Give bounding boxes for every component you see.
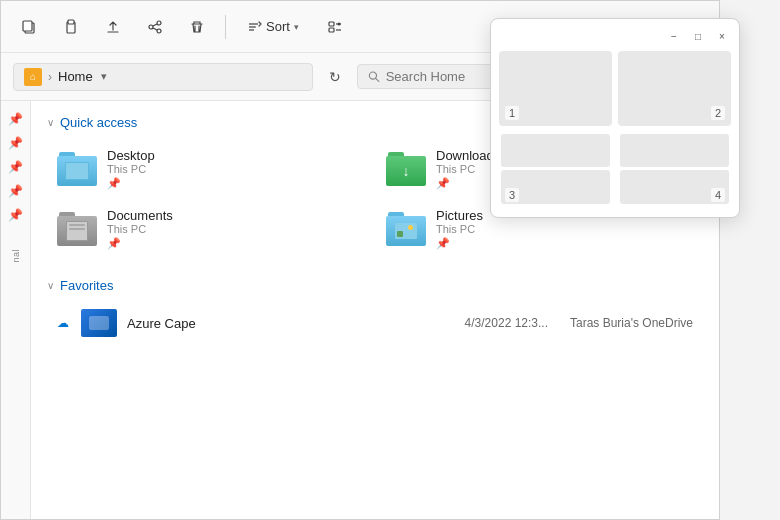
fav-location-azure-cape: Taras Buria's OneDrive — [570, 316, 693, 330]
snap-zone-4-top — [620, 134, 729, 168]
favorites-title: Favorites — [60, 278, 113, 293]
file-item-documents[interactable]: Documents This PC 📌 — [47, 200, 374, 258]
favorites-header[interactable]: ∨ Favorites — [47, 278, 703, 293]
share-button[interactable] — [139, 11, 171, 43]
svg-point-6 — [157, 29, 161, 33]
fav-date-azure-cape: 4/3/2022 12:3... — [465, 316, 548, 330]
favorites-chevron: ∨ — [47, 280, 54, 291]
pin-icon-desktop: 📌 — [107, 177, 364, 190]
sort-button[interactable]: Sort ▾ — [238, 15, 309, 38]
pin-icon-pictures: 📌 — [436, 237, 693, 250]
snap-zone-2-number: 2 — [711, 106, 725, 120]
snap-zone-2[interactable]: 2 — [618, 51, 731, 126]
snap-popup: − □ × 1 2 3 4 — [490, 18, 740, 218]
toolbar-separator — [225, 15, 226, 39]
snap-close-button[interactable]: × — [713, 27, 731, 45]
pin-icon-documents: 📌 — [107, 237, 364, 250]
onedrive-cloud-icon: ☁ — [57, 316, 69, 330]
copy-button[interactable] — [13, 11, 45, 43]
folder-icon-documents — [57, 212, 97, 246]
svg-rect-12 — [329, 22, 334, 26]
file-info-documents: Documents This PC 📌 — [107, 208, 364, 250]
svg-line-7 — [153, 24, 157, 26]
file-info-desktop: Desktop This PC 📌 — [107, 148, 364, 190]
file-path-desktop: This PC — [107, 163, 364, 175]
svg-point-4 — [157, 21, 161, 25]
address-input[interactable]: ⌂ › Home ▾ — [13, 63, 313, 91]
snap-zone-4-number: 4 — [711, 188, 725, 202]
sidebar-pin-1[interactable]: 📌 — [6, 109, 26, 129]
fav-item-azure-cape[interactable]: ☁ Azure Cape 4/3/2022 12:3... Taras Buri… — [47, 303, 703, 343]
sidebar-pin-2[interactable]: 📌 — [6, 133, 26, 153]
svg-rect-1 — [23, 21, 32, 31]
quick-access-chevron: ∨ — [47, 117, 54, 128]
svg-rect-3 — [68, 20, 74, 24]
sort-chevron: ▾ — [294, 22, 299, 32]
sidebar-nav-label: nal — [11, 249, 21, 263]
sidebar-pin-4[interactable]: 📌 — [6, 181, 26, 201]
snap-zone-4-bottom: 4 — [620, 170, 729, 204]
refresh-button[interactable]: ↻ — [321, 63, 349, 91]
snap-titlebar: − □ × — [499, 27, 731, 45]
snap-zone-3[interactable]: 3 — [499, 132, 612, 207]
svg-rect-13 — [329, 28, 334, 32]
folder-icon-desktop — [57, 152, 97, 186]
sidebar-pin-5[interactable]: 📌 — [6, 205, 26, 225]
snap-grid: 1 2 3 4 — [499, 51, 731, 206]
breadcrumb-separator: › — [48, 70, 52, 84]
file-path-documents: This PC — [107, 223, 364, 235]
svg-point-5 — [149, 25, 153, 29]
folder-icon-pictures — [386, 212, 426, 246]
snap-zone-1[interactable]: 1 — [499, 51, 612, 126]
snap-zone-4[interactable]: 4 — [618, 132, 731, 207]
snap-zone-3-bottom: 3 — [501, 170, 610, 204]
search-icon — [368, 70, 380, 83]
snap-zone-3-number: 3 — [505, 188, 519, 202]
sidebar-pin-3[interactable]: 📌 — [6, 157, 26, 177]
delete-button[interactable] — [181, 11, 213, 43]
fav-thumb-azure-cape — [81, 309, 117, 337]
home-icon: ⌂ — [24, 68, 42, 86]
svg-line-8 — [153, 28, 157, 30]
sidebar: 📌 📌 📌 📌 📌 nal — [1, 101, 31, 519]
file-name-desktop: Desktop — [107, 148, 364, 163]
snap-restore-button[interactable]: □ — [689, 27, 707, 45]
view-button[interactable] — [319, 11, 351, 43]
rename-button[interactable] — [97, 11, 129, 43]
snap-zone-1-number: 1 — [505, 106, 519, 120]
file-item-desktop[interactable]: Desktop This PC 📌 — [47, 140, 374, 198]
address-home-label: Home — [58, 69, 93, 84]
snap-minimize-button[interactable]: − — [665, 27, 683, 45]
fav-name-azure-cape: Azure Cape — [127, 316, 455, 331]
folder-icon-downloads: ↓ — [386, 152, 426, 186]
paste-button[interactable] — [55, 11, 87, 43]
favorites-section: ∨ Favorites ☁ Azure Cape 4/3/2022 12:3..… — [47, 278, 703, 343]
snap-zone-3-top — [501, 134, 610, 168]
file-name-documents: Documents — [107, 208, 364, 223]
quick-access-title: Quick access — [60, 115, 137, 130]
svg-line-18 — [376, 78, 379, 81]
file-path-pictures: This PC — [436, 223, 693, 235]
svg-point-16 — [337, 22, 340, 25]
sort-label: Sort — [266, 19, 290, 34]
address-chevron: ▾ — [101, 70, 107, 83]
